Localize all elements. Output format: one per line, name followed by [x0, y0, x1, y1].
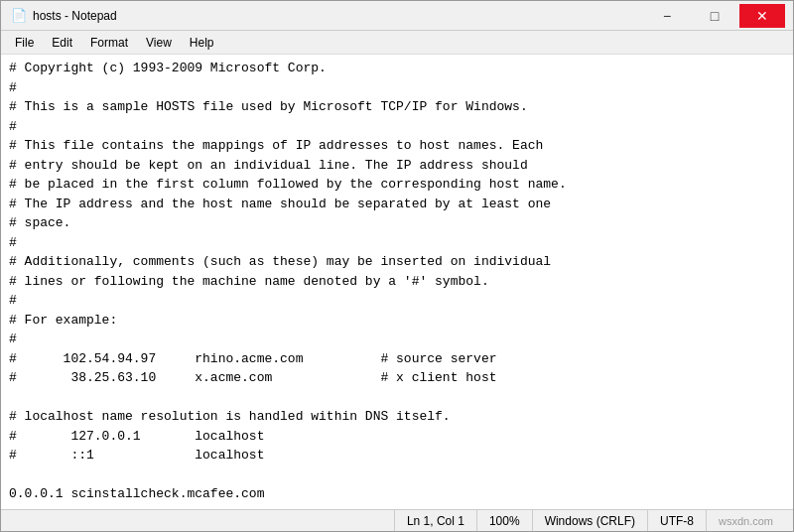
main-window: 📄 hosts - Notepad − □ ✕ File Edit Format…	[0, 0, 794, 532]
menu-bar: File Edit Format View Help	[1, 31, 793, 55]
status-zoom: 100%	[477, 510, 533, 531]
menu-format[interactable]: Format	[82, 34, 136, 52]
status-encoding: UTF-8	[648, 510, 707, 531]
menu-view[interactable]: View	[138, 34, 180, 52]
window-title: hosts - Notepad	[33, 9, 117, 23]
editor-area[interactable]: # Copyright (c) 1993-2009 Microsoft Corp…	[1, 55, 793, 509]
menu-help[interactable]: Help	[182, 34, 222, 52]
status-line-ending: Windows (CRLF)	[533, 510, 648, 531]
status-line-ending-text: Windows (CRLF)	[545, 514, 635, 528]
window-controls: − □ ✕	[644, 4, 785, 28]
menu-file[interactable]: File	[7, 34, 42, 52]
app-icon: 📄	[11, 8, 27, 24]
status-watermark: wsxdn.com	[707, 510, 785, 531]
status-zoom-text: 100%	[489, 514, 520, 528]
status-position: Ln 1, Col 1	[395, 510, 477, 531]
menu-edit[interactable]: Edit	[44, 34, 80, 52]
close-button[interactable]: ✕	[739, 4, 785, 28]
title-bar-left: 📄 hosts - Notepad	[11, 8, 117, 24]
status-bar: Ln 1, Col 1 100% Windows (CRLF) UTF-8 ws…	[1, 509, 793, 531]
status-position-spacer	[9, 510, 395, 531]
editor-content: # Copyright (c) 1993-2009 Microsoft Corp…	[9, 59, 785, 509]
maximize-button[interactable]: □	[692, 4, 737, 28]
status-encoding-text: UTF-8	[660, 514, 694, 528]
title-bar: 📄 hosts - Notepad − □ ✕	[1, 1, 793, 31]
status-position-text: Ln 1, Col 1	[407, 514, 464, 528]
status-watermark-text: wsxdn.com	[719, 515, 773, 527]
minimize-button[interactable]: −	[644, 4, 690, 28]
